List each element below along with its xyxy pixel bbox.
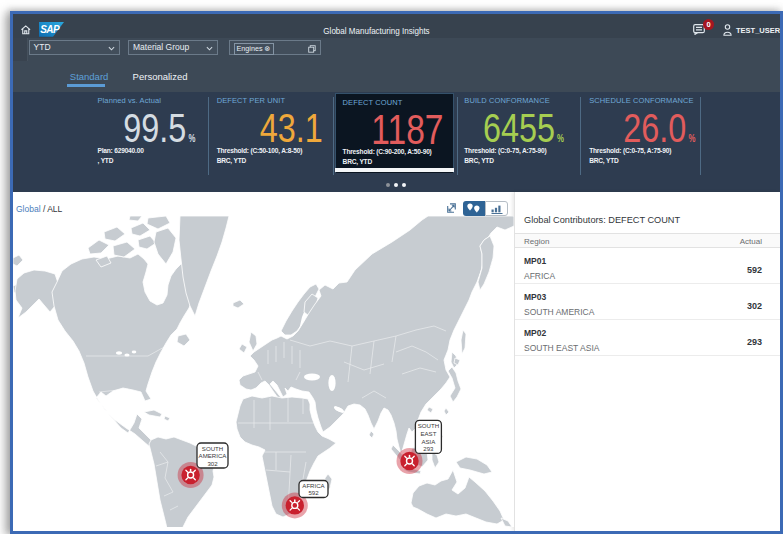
svg-text:ASIA: ASIA — [421, 438, 436, 445]
svg-text:592: 592 — [308, 489, 319, 496]
svg-text:302: 302 — [207, 460, 218, 467]
svg-text:SAP: SAP — [41, 24, 61, 35]
svg-text:SOUTH: SOUTH — [418, 422, 439, 429]
svg-text:AMERICA: AMERICA — [199, 452, 228, 459]
svg-text:AFRICA: AFRICA — [302, 482, 325, 489]
svg-text:293: 293 — [423, 445, 434, 452]
svg-text:SOUTH: SOUTH — [202, 445, 223, 452]
svg-text:EAST: EAST — [420, 430, 436, 437]
